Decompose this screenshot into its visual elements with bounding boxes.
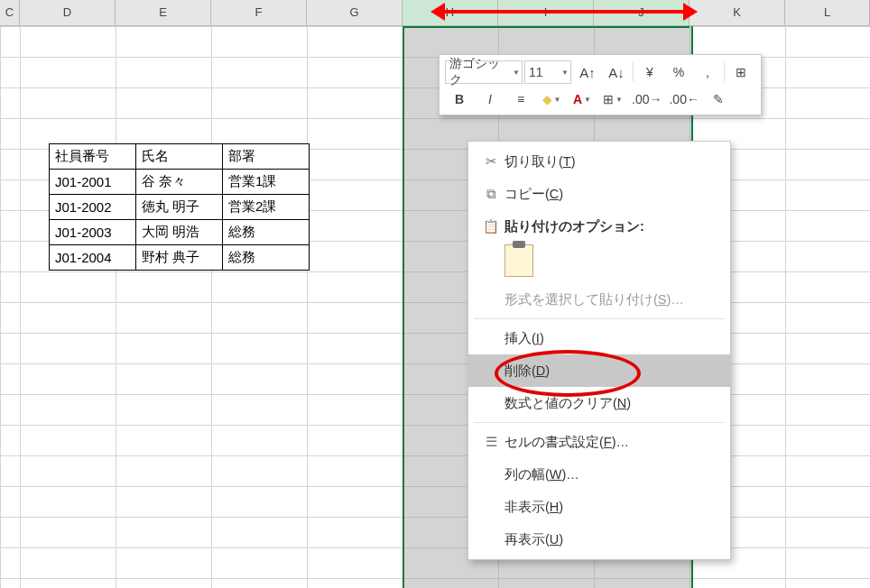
currency-icon[interactable]: ¥	[635, 61, 664, 83]
menu-item[interactable]: ✂切り取り(T)	[468, 145, 730, 178]
menu-item-label: 非表示(H)	[504, 499, 563, 516]
font-name-value: 游ゴシック	[449, 56, 511, 88]
table-cell[interactable]: 大岡 明浩	[136, 220, 223, 245]
menu-item[interactable]: 数式と値のクリア(N)	[468, 387, 730, 419]
menu-item[interactable]: 📋貼り付けのオプション:	[468, 210, 730, 243]
font-size-combo[interactable]: 11 ▼	[524, 60, 571, 84]
borders-button[interactable]: ⊞▼	[598, 88, 627, 110]
comma-icon[interactable]: ,	[693, 61, 722, 83]
table-cell[interactable]: 氏名	[136, 144, 223, 170]
table-cell[interactable]: 総務	[223, 220, 310, 245]
column-header-E[interactable]: E	[116, 0, 211, 25]
font-color-button[interactable]: A▼	[568, 88, 597, 110]
selection-width-arrow-annotation	[443, 10, 685, 14]
table-cell[interactable]: J01-2003	[50, 220, 136, 245]
menu-separator	[474, 422, 725, 423]
menu-item-label: 再表示(U)	[504, 531, 563, 548]
format-table-icon[interactable]: ⊞	[727, 61, 755, 83]
table-cell[interactable]: 部署	[223, 144, 310, 170]
table-cell[interactable]: 社員番号	[50, 144, 136, 170]
table-cell[interactable]: 野村 典子	[136, 245, 223, 271]
increase-font-icon[interactable]: A↑	[573, 61, 602, 83]
chevron-down-icon: ▼	[584, 96, 591, 104]
cut-icon: ✂	[477, 154, 504, 169]
table-row: J01-2003大岡 明浩総務	[50, 220, 310, 245]
data-table: 社員番号氏名部署J01-2001谷 奈々営業1課J01-2002徳丸 明子営業2…	[49, 143, 310, 271]
chevron-down-icon: ▼	[554, 96, 561, 104]
table-cell[interactable]: 徳丸 明子	[136, 195, 223, 220]
table-cell[interactable]: 総務	[223, 245, 310, 271]
format-painter-button[interactable]: ✎	[704, 88, 733, 110]
clipboard-icon: 📋	[477, 219, 504, 234]
table-cell[interactable]: J01-2002	[50, 195, 136, 220]
list-icon: ☰	[477, 435, 504, 449]
menu-item[interactable]: 挿入(I)	[468, 322, 730, 354]
menu-item-label: 貼り付けのオプション:	[504, 218, 644, 235]
menu-item: 形式を選択して貼り付け(S)…	[468, 283, 730, 316]
chevron-down-icon: ▼	[615, 96, 623, 104]
bold-button[interactable]: B	[445, 88, 474, 110]
decrease-decimal-button[interactable]: .00←	[666, 88, 701, 110]
paste-options-row	[468, 243, 730, 283]
column-header-L[interactable]: L	[785, 0, 870, 25]
menu-item-label: 数式と値のクリア(N)	[504, 395, 631, 412]
menu-item[interactable]: ☰セルの書式設定(F)…	[468, 426, 730, 458]
menu-item[interactable]: 非表示(H)	[468, 491, 730, 523]
menu-item-label: セルの書式設定(F)…	[504, 434, 629, 451]
menu-item[interactable]: 削除(D)	[468, 354, 730, 387]
paste-option-default[interactable]	[504, 244, 533, 277]
table-row: J01-2002徳丸 明子営業2課	[50, 195, 310, 220]
column-header-D[interactable]: D	[20, 0, 116, 25]
copy-icon: ⧉	[477, 187, 504, 202]
font-size-value: 11	[529, 65, 543, 79]
table-row: J01-2001谷 奈々営業1課	[50, 170, 310, 195]
table-row: J01-2004野村 典子総務	[50, 245, 310, 271]
table-cell[interactable]: J01-2004	[50, 245, 136, 271]
menu-item[interactable]: 再表示(U)	[468, 523, 730, 556]
italic-button[interactable]: I	[476, 88, 504, 110]
table-cell[interactable]: J01-2001	[50, 170, 136, 195]
mini-toolbar: 游ゴシック ▼ 11 ▼ A↑A↓¥%,⊞ BI≡◆▼A▼⊞▼.00→.00←✎	[439, 54, 762, 115]
table-cell[interactable]: 営業2課	[223, 195, 310, 220]
chevron-down-icon: ▼	[513, 69, 520, 77]
menu-item-label: 列の幅(W)…	[504, 466, 579, 483]
chevron-down-icon: ▼	[561, 69, 569, 77]
menu-item-label: 切り取り(T)	[504, 153, 576, 170]
column-header-C[interactable]: C	[0, 0, 20, 25]
context-menu: ✂切り取り(T)⧉コピー(C)📋貼り付けのオプション:形式を選択して貼り付け(S…	[467, 141, 731, 560]
column-header-K[interactable]: K	[690, 0, 785, 25]
spreadsheet-window: CDEFGHIJKL 社員番号氏名部署J01-2001谷 奈々営業1課J01-2…	[0, 0, 870, 588]
table-cell[interactable]: 営業1課	[223, 170, 310, 195]
table-cell[interactable]: 谷 奈々	[136, 170, 223, 195]
table-row: 社員番号氏名部署	[50, 144, 310, 170]
menu-item-label: 挿入(I)	[504, 330, 544, 347]
fill-color-button[interactable]: ◆▼	[537, 88, 566, 110]
menu-separator	[474, 318, 725, 319]
menu-item-label: 形式を選択して貼り付け(S)…	[504, 291, 684, 308]
menu-item-label: 削除(D)	[504, 363, 550, 380]
column-header-G[interactable]: G	[307, 0, 403, 25]
font-name-combo[interactable]: 游ゴシック ▼	[445, 60, 523, 84]
menu-item[interactable]: ⧉コピー(C)	[468, 178, 730, 210]
increase-decimal-button[interactable]: .00→	[629, 88, 664, 110]
percent-icon[interactable]: %	[664, 61, 693, 83]
menu-item-label: コピー(C)	[504, 186, 563, 203]
align-button[interactable]: ≡	[506, 88, 535, 110]
column-header-F[interactable]: F	[211, 0, 307, 25]
decrease-font-icon[interactable]: A↓	[602, 61, 631, 83]
menu-item[interactable]: 列の幅(W)…	[468, 458, 730, 491]
